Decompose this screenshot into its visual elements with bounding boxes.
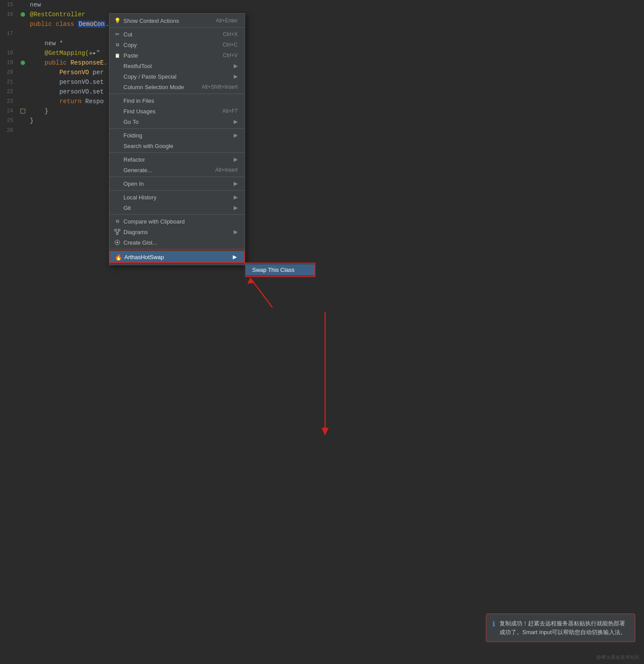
code-line-19: 19 public ResponseE... — [0, 58, 644, 68]
restful-icon — [114, 62, 121, 69]
lightbulb-icon: 💡 — [114, 17, 121, 24]
menu-item-find-in-files[interactable]: Find in Files — [109, 95, 245, 106]
menu-item-compare-clipboard[interactable]: ⧉ Compare with Clipboard — [109, 216, 245, 227]
arthas-submenu: Swap This Class — [245, 263, 315, 277]
svg-rect-1 — [115, 229, 116, 231]
watermark: @稀土掘金技术社区 — [596, 654, 640, 660]
svg-point-7 — [116, 242, 118, 243]
menu-item-local-history[interactable]: Local History ▶ — [109, 192, 245, 202]
copy-paste-special-icon — [114, 73, 121, 80]
code-line-23: 23 return Respo — [0, 97, 644, 106]
context-menu: 💡 Show Context Actions Alt+Enter ✂ Cut C… — [109, 13, 245, 265]
separator-6 — [109, 190, 245, 191]
open-in-icon — [114, 180, 121, 187]
menu-item-cut[interactable]: ✂ Cut Ctrl+X — [109, 29, 245, 40]
code-line-24: 24 } — [0, 106, 644, 116]
code-line-18: 18 @GetMapping(◈▸" — [0, 48, 644, 58]
generate-icon — [114, 166, 121, 173]
menu-item-restful-tool[interactable]: RestfulTool ▶ — [109, 61, 245, 71]
separator-3 — [109, 128, 245, 129]
code-line-25: 25 } — [0, 116, 644, 126]
local-history-icon — [114, 194, 121, 201]
code-line-21: 21 personVO.set — [0, 77, 644, 87]
code-line-26: 26 — [0, 126, 644, 135]
menu-item-column-selection[interactable]: Column Selection Mode Alt+Shift+Insert — [109, 82, 245, 92]
column-icon — [114, 83, 121, 90]
refactor-icon — [114, 156, 121, 163]
gist-icon — [114, 239, 121, 246]
separator-4 — [109, 152, 245, 153]
code-line-22: 22 personVO.set — [0, 87, 644, 97]
separator-1 — [109, 27, 245, 28]
menu-item-arthas-hotswap[interactable]: 🔥 ArthasHotSwap ▶ — [109, 251, 245, 263]
menu-item-paste[interactable]: 📋 Paste Ctrl+V — [109, 50, 245, 61]
find-files-icon — [114, 97, 121, 104]
code-line-15: 15 new — [0, 0, 644, 10]
paste-icon: 📋 — [114, 52, 121, 59]
svg-rect-2 — [118, 229, 120, 231]
code-line-16: 16 @RestController — [0, 10, 644, 19]
diagrams-icon — [114, 228, 121, 235]
menu-item-find-usages[interactable]: Find Usages Alt+F7 — [109, 106, 245, 116]
separator-8 — [109, 249, 245, 249]
code-line-new: new * — [0, 39, 644, 48]
info-icon: ℹ — [492, 620, 495, 628]
menu-item-folding[interactable]: Folding ▶ — [109, 130, 245, 141]
cut-icon: ✂ — [114, 31, 121, 38]
goto-icon — [114, 118, 121, 125]
menu-item-copy-paste-special[interactable]: Copy / Paste Special ▶ — [109, 71, 245, 82]
menu-item-git[interactable]: Git ▶ — [109, 202, 245, 213]
menu-item-generate[interactable]: Generate... Alt+Insert — [109, 165, 245, 175]
swap-this-class-button[interactable]: Swap This Class — [246, 264, 315, 275]
menu-item-open-in[interactable]: Open In ▶ — [109, 178, 245, 189]
menu-item-show-context-actions[interactable]: 💡 Show Context Actions Alt+Enter — [109, 15, 245, 26]
arthas-fire-icon: 🔥 — [115, 253, 122, 260]
code-line-20: 20 PersonVO per — [0, 68, 644, 77]
menu-item-diagrams[interactable]: Diagrams ▶ — [109, 227, 245, 237]
menu-item-search-google[interactable]: Search with Google — [109, 141, 245, 151]
separator-7 — [109, 214, 245, 215]
svg-line-5 — [117, 231, 119, 233]
separator-5 — [109, 177, 245, 177]
menu-item-copy[interactable]: ⧉ Copy Ctrl+C — [109, 40, 245, 50]
code-editor: 15 new 16 @RestController public class D… — [0, 0, 644, 664]
find-usages-icon — [114, 108, 121, 115]
menu-item-create-gist[interactable]: Create Gist... — [109, 237, 245, 248]
menu-item-go-to[interactable]: Go To ▶ — [109, 116, 245, 127]
separator-2 — [109, 94, 245, 94]
toast-notification: ℹ 复制成功！赶紧去远程服务器粘贴执行就能热部署成功了。Smart Input可… — [486, 613, 635, 642]
search-google-icon — [114, 142, 121, 149]
svg-rect-0 — [21, 109, 25, 113]
compare-clipboard-icon: ⧉ — [114, 218, 121, 225]
copy-icon: ⧉ — [114, 41, 121, 48]
svg-rect-3 — [116, 233, 118, 235]
code-line-16b: public class DemoCon... — [0, 19, 644, 29]
code-line-17: 17 — [0, 29, 644, 39]
menu-item-refactor[interactable]: Refactor ▶ — [109, 154, 245, 165]
git-icon — [114, 204, 121, 211]
svg-line-4 — [116, 231, 117, 233]
folding-icon — [114, 132, 121, 139]
